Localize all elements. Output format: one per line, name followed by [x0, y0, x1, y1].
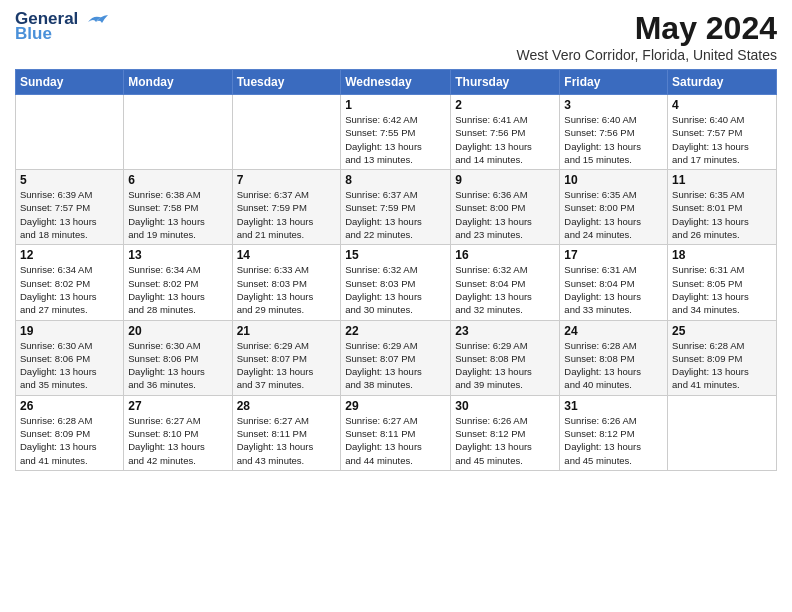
day-cell: 9Sunrise: 6:36 AMSunset: 8:00 PMDaylight…	[451, 170, 560, 245]
day-info: Sunrise: 6:32 AMSunset: 8:03 PMDaylight:…	[345, 263, 446, 316]
logo-blue: Blue	[15, 25, 78, 42]
day-cell: 29Sunrise: 6:27 AMSunset: 8:11 PMDayligh…	[341, 395, 451, 470]
day-cell: 8Sunrise: 6:37 AMSunset: 7:59 PMDaylight…	[341, 170, 451, 245]
day-cell: 21Sunrise: 6:29 AMSunset: 8:07 PMDayligh…	[232, 320, 341, 395]
day-cell: 10Sunrise: 6:35 AMSunset: 8:00 PMDayligh…	[560, 170, 668, 245]
day-number: 4	[672, 98, 772, 112]
weekday-thursday: Thursday	[451, 70, 560, 95]
day-info: Sunrise: 6:35 AMSunset: 8:00 PMDaylight:…	[564, 188, 663, 241]
day-number: 29	[345, 399, 446, 413]
title-block: May 2024 West Vero Corridor, Florida, Un…	[517, 10, 777, 63]
day-number: 16	[455, 248, 555, 262]
day-info: Sunrise: 6:29 AMSunset: 8:08 PMDaylight:…	[455, 339, 555, 392]
week-row-3: 12Sunrise: 6:34 AMSunset: 8:02 PMDayligh…	[16, 245, 777, 320]
day-info: Sunrise: 6:29 AMSunset: 8:07 PMDaylight:…	[345, 339, 446, 392]
day-cell: 15Sunrise: 6:32 AMSunset: 8:03 PMDayligh…	[341, 245, 451, 320]
day-info: Sunrise: 6:28 AMSunset: 8:09 PMDaylight:…	[20, 414, 119, 467]
day-info: Sunrise: 6:27 AMSunset: 8:10 PMDaylight:…	[128, 414, 227, 467]
day-info: Sunrise: 6:30 AMSunset: 8:06 PMDaylight:…	[20, 339, 119, 392]
day-number: 13	[128, 248, 227, 262]
day-cell: 2Sunrise: 6:41 AMSunset: 7:56 PMDaylight…	[451, 95, 560, 170]
main-title: May 2024	[517, 10, 777, 47]
day-cell: 7Sunrise: 6:37 AMSunset: 7:59 PMDaylight…	[232, 170, 341, 245]
week-row-2: 5Sunrise: 6:39 AMSunset: 7:57 PMDaylight…	[16, 170, 777, 245]
day-number: 2	[455, 98, 555, 112]
day-cell: 16Sunrise: 6:32 AMSunset: 8:04 PMDayligh…	[451, 245, 560, 320]
day-cell: 22Sunrise: 6:29 AMSunset: 8:07 PMDayligh…	[341, 320, 451, 395]
day-cell: 1Sunrise: 6:42 AMSunset: 7:55 PMDaylight…	[341, 95, 451, 170]
day-info: Sunrise: 6:34 AMSunset: 8:02 PMDaylight:…	[20, 263, 119, 316]
day-cell: 14Sunrise: 6:33 AMSunset: 8:03 PMDayligh…	[232, 245, 341, 320]
day-info: Sunrise: 6:33 AMSunset: 8:03 PMDaylight:…	[237, 263, 337, 316]
day-cell	[232, 95, 341, 170]
day-cell: 24Sunrise: 6:28 AMSunset: 8:08 PMDayligh…	[560, 320, 668, 395]
day-number: 3	[564, 98, 663, 112]
day-cell: 30Sunrise: 6:26 AMSunset: 8:12 PMDayligh…	[451, 395, 560, 470]
day-number: 14	[237, 248, 337, 262]
day-number: 26	[20, 399, 119, 413]
day-cell: 20Sunrise: 6:30 AMSunset: 8:06 PMDayligh…	[124, 320, 232, 395]
logo-bird-icon	[80, 10, 110, 32]
day-number: 25	[672, 324, 772, 338]
day-number: 17	[564, 248, 663, 262]
weekday-monday: Monday	[124, 70, 232, 95]
day-cell: 17Sunrise: 6:31 AMSunset: 8:04 PMDayligh…	[560, 245, 668, 320]
day-info: Sunrise: 6:42 AMSunset: 7:55 PMDaylight:…	[345, 113, 446, 166]
day-info: Sunrise: 6:31 AMSunset: 8:05 PMDaylight:…	[672, 263, 772, 316]
logo: General Blue	[15, 10, 110, 42]
week-row-5: 26Sunrise: 6:28 AMSunset: 8:09 PMDayligh…	[16, 395, 777, 470]
day-number: 18	[672, 248, 772, 262]
day-number: 6	[128, 173, 227, 187]
day-cell: 3Sunrise: 6:40 AMSunset: 7:56 PMDaylight…	[560, 95, 668, 170]
day-cell	[668, 395, 777, 470]
day-number: 19	[20, 324, 119, 338]
day-number: 20	[128, 324, 227, 338]
day-info: Sunrise: 6:39 AMSunset: 7:57 PMDaylight:…	[20, 188, 119, 241]
day-info: Sunrise: 6:31 AMSunset: 8:04 PMDaylight:…	[564, 263, 663, 316]
day-info: Sunrise: 6:35 AMSunset: 8:01 PMDaylight:…	[672, 188, 772, 241]
day-number: 12	[20, 248, 119, 262]
weekday-friday: Friday	[560, 70, 668, 95]
weekday-sunday: Sunday	[16, 70, 124, 95]
day-number: 10	[564, 173, 663, 187]
day-info: Sunrise: 6:34 AMSunset: 8:02 PMDaylight:…	[128, 263, 227, 316]
day-cell: 26Sunrise: 6:28 AMSunset: 8:09 PMDayligh…	[16, 395, 124, 470]
day-cell: 11Sunrise: 6:35 AMSunset: 8:01 PMDayligh…	[668, 170, 777, 245]
weekday-wednesday: Wednesday	[341, 70, 451, 95]
day-info: Sunrise: 6:29 AMSunset: 8:07 PMDaylight:…	[237, 339, 337, 392]
day-info: Sunrise: 6:37 AMSunset: 7:59 PMDaylight:…	[345, 188, 446, 241]
day-cell: 12Sunrise: 6:34 AMSunset: 8:02 PMDayligh…	[16, 245, 124, 320]
day-info: Sunrise: 6:41 AMSunset: 7:56 PMDaylight:…	[455, 113, 555, 166]
day-cell: 23Sunrise: 6:29 AMSunset: 8:08 PMDayligh…	[451, 320, 560, 395]
day-number: 15	[345, 248, 446, 262]
day-number: 11	[672, 173, 772, 187]
week-row-4: 19Sunrise: 6:30 AMSunset: 8:06 PMDayligh…	[16, 320, 777, 395]
day-info: Sunrise: 6:32 AMSunset: 8:04 PMDaylight:…	[455, 263, 555, 316]
day-number: 8	[345, 173, 446, 187]
day-cell: 6Sunrise: 6:38 AMSunset: 7:58 PMDaylight…	[124, 170, 232, 245]
day-info: Sunrise: 6:27 AMSunset: 8:11 PMDaylight:…	[237, 414, 337, 467]
day-cell: 31Sunrise: 6:26 AMSunset: 8:12 PMDayligh…	[560, 395, 668, 470]
calendar: SundayMondayTuesdayWednesdayThursdayFrid…	[15, 69, 777, 471]
day-cell: 5Sunrise: 6:39 AMSunset: 7:57 PMDaylight…	[16, 170, 124, 245]
day-cell: 25Sunrise: 6:28 AMSunset: 8:09 PMDayligh…	[668, 320, 777, 395]
day-cell: 27Sunrise: 6:27 AMSunset: 8:10 PMDayligh…	[124, 395, 232, 470]
day-number: 30	[455, 399, 555, 413]
day-info: Sunrise: 6:30 AMSunset: 8:06 PMDaylight:…	[128, 339, 227, 392]
day-info: Sunrise: 6:28 AMSunset: 8:08 PMDaylight:…	[564, 339, 663, 392]
day-info: Sunrise: 6:40 AMSunset: 7:56 PMDaylight:…	[564, 113, 663, 166]
day-info: Sunrise: 6:27 AMSunset: 8:11 PMDaylight:…	[345, 414, 446, 467]
day-number: 5	[20, 173, 119, 187]
day-number: 9	[455, 173, 555, 187]
subtitle: West Vero Corridor, Florida, United Stat…	[517, 47, 777, 63]
day-number: 23	[455, 324, 555, 338]
day-number: 22	[345, 324, 446, 338]
day-number: 21	[237, 324, 337, 338]
day-info: Sunrise: 6:37 AMSunset: 7:59 PMDaylight:…	[237, 188, 337, 241]
day-number: 24	[564, 324, 663, 338]
weekday-header-row: SundayMondayTuesdayWednesdayThursdayFrid…	[16, 70, 777, 95]
day-info: Sunrise: 6:36 AMSunset: 8:00 PMDaylight:…	[455, 188, 555, 241]
day-cell: 28Sunrise: 6:27 AMSunset: 8:11 PMDayligh…	[232, 395, 341, 470]
header: General Blue May 2024 West Vero Corridor…	[15, 10, 777, 63]
day-cell	[124, 95, 232, 170]
